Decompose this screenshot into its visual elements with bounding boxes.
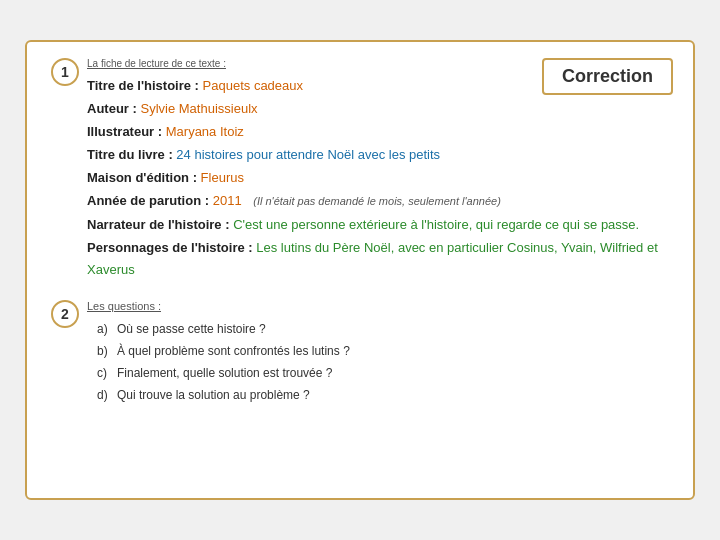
field-titre-livre: Titre du livre : 24 histoires pour atten…: [87, 144, 673, 166]
field-auteur: Auteur : Sylvie Mathuissieulx: [87, 98, 673, 120]
annee-value: 2011: [213, 193, 242, 208]
q-c-letter: c): [97, 366, 117, 380]
titre-livre-label: Titre du livre :: [87, 147, 173, 162]
auteur-label: Auteur :: [87, 101, 137, 116]
field-narrateur: Narrateur de l'histoire : C'est une pers…: [87, 214, 673, 236]
q-b-letter: b): [97, 344, 117, 358]
q-b-text: À quel problème sont confrontés les luti…: [117, 344, 673, 358]
section-2: 2 Les questions : a) Où se passe cette h…: [87, 300, 673, 402]
q-c-text: Finalement, quelle solution est trouvée …: [117, 366, 673, 380]
section-1-number: 1: [51, 58, 79, 86]
annee-label: Année de parution :: [87, 193, 209, 208]
maison-label: Maison d'édition :: [87, 170, 197, 185]
questions-label: Les questions :: [87, 300, 673, 312]
titre-histoire-value: Paquets cadeaux: [203, 78, 303, 93]
narrateur-label: Narrateur de l'histoire :: [87, 217, 230, 232]
field-personnages: Personnages de l'histoire : Les lutins d…: [87, 237, 673, 281]
section-2-number: 2: [51, 300, 79, 328]
question-c: c) Finalement, quelle solution est trouv…: [97, 366, 673, 380]
correction-box: Correction: [542, 58, 673, 95]
field-annee: Année de parution : 2011 (Il n'était pas…: [87, 190, 673, 212]
q-a-text: Où se passe cette histoire ?: [117, 322, 673, 336]
auteur-value: Sylvie Mathuissieulx: [140, 101, 257, 116]
question-d: d) Qui trouve la solution au problème ?: [97, 388, 673, 402]
narrateur-value: C'est une personne extérieure à l'histoi…: [233, 217, 639, 232]
section-1-content: Titre de l'histoire : Paquets cadeaux Au…: [87, 75, 673, 282]
maison-value: Fleurus: [201, 170, 244, 185]
personnages-label: Personnages de l'histoire :: [87, 240, 253, 255]
titre-histoire-label: Titre de l'histoire :: [87, 78, 199, 93]
q-d-text: Qui trouve la solution au problème ?: [117, 388, 673, 402]
annee-note: (Il n'était pas demandé le mois, seuleme…: [253, 195, 501, 207]
titre-livre-value: 24 histoires pour attendre Noël avec les…: [176, 147, 440, 162]
question-a: a) Où se passe cette histoire ?: [97, 322, 673, 336]
question-b: b) À quel problème sont confrontés les l…: [97, 344, 673, 358]
q-a-letter: a): [97, 322, 117, 336]
section-1: 1 La fiche de lecture de ce texte : Corr…: [87, 58, 673, 282]
field-maison: Maison d'édition : Fleurus: [87, 167, 673, 189]
illustrateur-value: Maryana Itoiz: [166, 124, 244, 139]
q-d-letter: d): [97, 388, 117, 402]
field-illustrateur: Illustrateur : Maryana Itoiz: [87, 121, 673, 143]
illustrateur-label: Illustrateur :: [87, 124, 162, 139]
main-card: 1 La fiche de lecture de ce texte : Corr…: [25, 40, 695, 500]
questions-list: a) Où se passe cette histoire ? b) À que…: [87, 322, 673, 402]
